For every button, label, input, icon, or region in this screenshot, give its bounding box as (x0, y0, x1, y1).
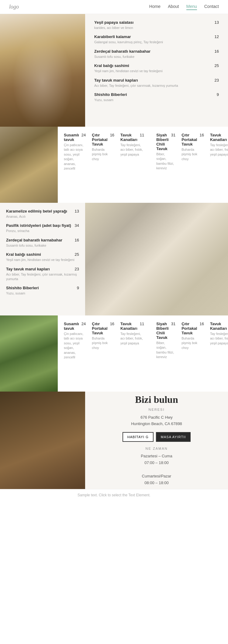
menu-item: Shishito Biberleri 9 Yuzu, susam (6, 286, 79, 296)
menu-item-name: Tay tavuk marul kapları (6, 267, 72, 271)
nav-home[interactable]: Home (149, 4, 161, 10)
menu-col-4-right: Siyah Biberli Chili Tavuk 31 Biber, soğa… (150, 315, 228, 392)
menu-item-name: Kral balığı sashimi (94, 63, 212, 68)
menu-item-price: 31 (171, 133, 175, 137)
dining-image (85, 203, 228, 315)
nav-menu[interactable]: Menu (186, 4, 197, 10)
menu-item-price: 11 (140, 133, 144, 137)
menu-item-price: 25 (215, 63, 219, 68)
section-food-photo-menu: Yeşil papaya salatası 13 karides, acı bi… (0, 14, 228, 127)
menu-item-name: Susamlı tavuk (64, 133, 79, 142)
menu-item: Tavuk Kanatları 11 Tay fesleğeni, acı bi… (210, 133, 228, 192)
menu-item-desc: Ananas, Acılı (6, 214, 79, 219)
menu-item: Çıtır Portakal Tavuk 16 Buharda pişmiş b… (181, 322, 204, 381)
footer-text: Sample text. Click to select the Text El… (78, 493, 150, 497)
menu-item: Karabiberli kalamar 12 Galangal sosu, ka… (94, 34, 219, 44)
menu-item-price: 9 (217, 92, 219, 97)
menu-item-desc: Tay fesleğeni, acı biber, fıstık, yeşil … (120, 143, 144, 157)
menu-col-1: Yeşil papaya salatası 13 karides, acı bi… (85, 14, 228, 127)
menu-item-desc: Ponzu, sriracha (6, 229, 79, 233)
menu-item-desc: Yeşil nam jim, hindistan cevizi ve tay f… (6, 258, 79, 262)
menu-item-desc: Acı biber, Tay fesleğeni, çıtır sarımsak… (94, 83, 219, 88)
menu-item-desc: Buharda pişmiş bok choy (181, 336, 204, 350)
menu-item-name: Tavuk Kanatları (120, 322, 137, 331)
menu-item-price: 16 (75, 238, 79, 242)
menu-item: Susamlı tavuk 24 Çin patlıcanı, tatlı ac… (64, 322, 86, 381)
menu-item-price: 9 (77, 286, 79, 290)
menu-item-desc: Acı biber, Tay fesleğeni, çıtır sarımsak… (6, 272, 79, 282)
section-outdoor-menu: Susamlı tavuk 24 Çin patlıcanı, tatlı ac… (0, 315, 228, 392)
menu-item-price: 23 (215, 78, 219, 83)
menu-item-price: 16 (215, 49, 219, 54)
reserve-button[interactable]: MASA AYIRTII (156, 432, 191, 442)
menu-item-desc: Tay fesleğeni, acı biber, fıstık, yeşil … (210, 332, 228, 346)
section-beer-menu: Susamlı tavuk 24 Çin patlıcanı, tatlı ac… (0, 127, 228, 203)
find-buttons: HABİTAYI G MASA AYIRTII (123, 432, 191, 442)
menu-item-name: Kral balığı sashimi (6, 252, 72, 257)
menu-item: Zerdeçal baharatlı karnabahar 16 Susamlı… (94, 49, 219, 59)
menu-item-name: Çıtır Portakal Tavuk (181, 322, 197, 335)
menu-item: Kral balığı sashimi 25 Yeşil nam jim, hi… (6, 252, 79, 262)
menu-item-name: Çıtır Portakal Tavuk (92, 322, 107, 335)
menu-item-name: Çıtır Portakal Tavuk (92, 133, 107, 146)
menu-item-desc: Galangal sosu, kavrulmuş pirinç, Tay fes… (94, 40, 219, 44)
logo: logo (9, 4, 19, 10)
menu-item: Tavuk Kanatları 11 Tay fesleğeni, acı bi… (120, 133, 144, 192)
menu-item-desc: Biber, soğan, bambu filizi, kereviz (156, 152, 175, 171)
menu-item: Çıtır Portakal Tavuk 16 Buharda pişmiş b… (92, 133, 114, 192)
menu-item-desc: Buharda pişmiş bok choy (181, 147, 204, 161)
menu-item-name: Karamelize edilmiş betel yaprağı (6, 209, 72, 213)
menu-item-name: Susamlı tavuk (64, 322, 79, 331)
menu-item: Yeşil papaya salatası 13 karides, acı bi… (94, 20, 219, 30)
menu-item-name: Siyah Biberli Chili Tavuk (156, 133, 168, 151)
menu-item: Susamlı tavuk 24 Çin patlıcanı, tatlı ac… (64, 133, 86, 192)
nav-about[interactable]: About (168, 4, 179, 10)
menu-item-name: Siyah Biberli Chili Tavuk (156, 322, 168, 340)
nav-links: Home About Menu Contact (149, 4, 219, 10)
menu-item-name: Tay tavuk marul kapları (94, 78, 212, 83)
menu-item-desc: karides, acı biber ve limon (94, 26, 219, 30)
menu-item-price: 31 (171, 322, 175, 326)
menu-item-desc: Susamlı tofu sosu, furikake (6, 243, 79, 248)
footer: Sample text. Click to select the Text El… (0, 489, 228, 501)
food-image-1 (0, 14, 85, 127)
menu-item-desc: Yeşil nam jim, hindistan cevizi ve tay f… (94, 69, 219, 73)
directions-button[interactable]: HABİTAYI G (123, 432, 154, 442)
menu-item-price: 16 (199, 322, 204, 326)
when-label: NE ZAMAN (146, 447, 168, 450)
menu-col-4-left: Susamlı tavuk 24 Çin patlıcanı, tatlı ac… (58, 315, 150, 392)
section-find-us: Bizi bulun NERESI 676 Pacific C Hwy Hunt… (0, 392, 228, 489)
menu-item-price: 16 (110, 133, 114, 137)
nav-contact[interactable]: Contact (204, 4, 219, 10)
food-image-2 (0, 127, 58, 203)
menu-item: Çıtır Portakal Tavuk 16 Buharda pişmiş b… (92, 322, 114, 381)
menu-item-price: 24 (81, 133, 86, 137)
menu-item-name: Shishito Biberleri (94, 92, 214, 97)
menu-item-name: Zerdeçal baharatlı karnabahar (6, 238, 72, 242)
menu-item-desc: Tay fesleğeni, acı biber, fıstık, yeşil … (210, 143, 228, 157)
menu-item-desc: Tay fesleğeni, acı biber, fıstık, yeşil … (120, 332, 144, 346)
menu-item: Tay tavuk marul kapları 23 Acı biber, Ta… (94, 78, 219, 88)
menu-item: Karamelize edilmiş betel yaprağı 13 Anan… (6, 209, 79, 219)
menu-item: Siyah Biberli Chili Tavuk 31 Biber, soğa… (156, 133, 175, 192)
menu-item-price: 16 (110, 322, 114, 326)
menu-item-desc: Buharda pişmiş bok choy (92, 336, 114, 350)
menu-item: Tavuk Kanatları 11 Tay fesleğeni, acı bi… (210, 322, 228, 381)
menu-item-price: 34 (75, 223, 79, 228)
menu-item-price: 25 (75, 252, 79, 257)
find-title: Bizi bulun (135, 394, 178, 405)
menu-item-name: Shishito Biberleri (6, 286, 74, 290)
menu-item: Siyah Biberli Chili Tavuk 31 Biber, soğa… (156, 322, 175, 381)
menu-item: Shishito Biberleri 9 Yuzu, susam (94, 92, 219, 102)
menu-item-name: Tavuk Kanatları (210, 133, 227, 142)
menu-item-name: Tavuk Kanatları (120, 133, 137, 142)
menu-item-name: Zerdeçal baharatlı karnabahar (94, 49, 212, 54)
menu-item-desc: Susamlı tofu sosu, furikake (94, 55, 219, 59)
menu-item-price: 16 (199, 133, 204, 137)
menu-item-desc: Yuzu, susam (6, 291, 79, 296)
menu-item-price: 24 (81, 322, 86, 326)
menu-item-name: Pasifik istiridyeleri (adet başı fiyat) (6, 223, 72, 228)
menu-item: Pasifik istiridyeleri (adet başı fiyat) … (6, 223, 79, 233)
menu-item-desc: Çin patlıcanı, tatlı acı soya sosu, yeşi… (64, 332, 86, 360)
section-menu-dining: Karamelize edilmiş betel yaprağı 13 Anan… (0, 203, 228, 315)
